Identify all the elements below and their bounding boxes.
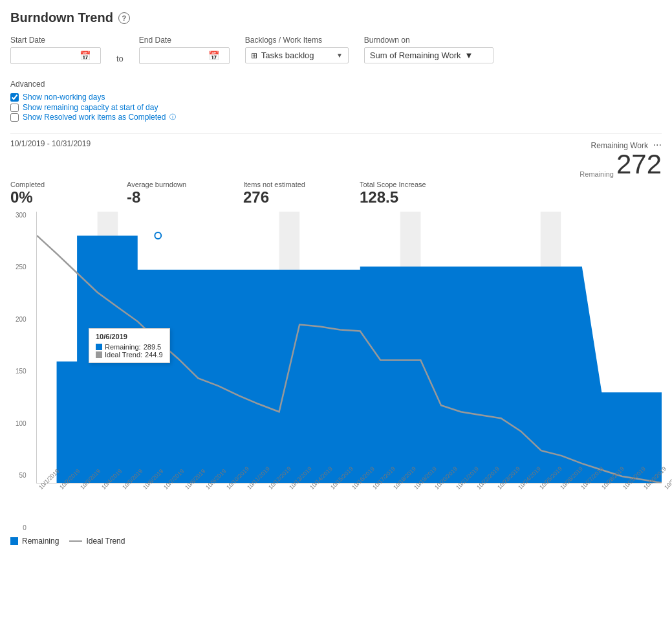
- backlogs-value: Tasks backlog: [261, 50, 332, 60]
- stat-item: Items not estimated276: [243, 181, 360, 206]
- remaining-sub-label: Remaining: [580, 170, 614, 178]
- stats-row: Completed0%Average burndown-8Items not e…: [10, 181, 662, 206]
- tooltip-remaining-row: Remaining: 289.5: [96, 343, 163, 351]
- tooltip-ideal-value: 244.9: [145, 351, 163, 359]
- stat-label: Total Scope Increase: [360, 181, 476, 188]
- stat-label: Average burndown: [127, 181, 243, 188]
- backlog-icon: ⊞: [251, 51, 257, 60]
- tooltip-remaining-label: Remaining:: [105, 343, 141, 351]
- backlogs-dropdown[interactable]: ⊞ Tasks backlog ▼: [245, 47, 349, 63]
- date-range-label: 10/1/2019 - 10/31/2019: [10, 139, 91, 148]
- stat-value: -8: [127, 188, 243, 206]
- legend-remaining-color: [10, 537, 18, 545]
- adv-option-show-non-working[interactable]: Show non-working days: [10, 93, 176, 103]
- backlogs-chevron-icon: ▼: [336, 52, 343, 59]
- end-date-input-wrap[interactable]: 10/31/2019 📅: [139, 47, 230, 64]
- tooltip-remaining-value: 289.5: [144, 343, 162, 351]
- burndown-value: Sum of Remaining Work: [370, 50, 461, 60]
- advanced-group: Advanced Show non-working daysShow remai…: [10, 80, 176, 123]
- legend-row: Remaining Ideal Trend: [10, 537, 662, 546]
- adv-option-show-resolved[interactable]: Show Resolved work items as Completed ⓘ: [10, 113, 176, 123]
- advanced-label: Advanced: [10, 80, 176, 89]
- stat-item: Completed0%: [10, 181, 127, 206]
- start-date-group: Start Date 10/1/2019 📅: [10, 36, 101, 64]
- chart-area: 10/6/2019 Remaining: 289.5 Ideal Trend: …: [36, 212, 662, 483]
- start-date-input[interactable]: 10/1/2019: [16, 51, 74, 61]
- tooltip-ideal-color: [96, 351, 102, 358]
- end-date-group: End Date 10/31/2019 📅: [139, 36, 230, 64]
- y-axis-label: 200: [16, 316, 27, 323]
- end-date-calendar-icon[interactable]: 📅: [208, 50, 219, 61]
- tooltip-ideal-row: Ideal Trend: 244.9: [96, 351, 163, 359]
- end-date-input[interactable]: 10/31/2019: [145, 51, 203, 61]
- burndown-group: Burndown on Sum of Remaining Work ▼: [364, 36, 493, 63]
- stat-value: 0%: [10, 188, 127, 206]
- backlogs-group: Backlogs / Work Items ⊞ Tasks backlog ▼: [245, 36, 349, 63]
- burndown-label: Burndown on: [364, 36, 493, 45]
- data-point-remaining-1[interactable]: [155, 232, 161, 239]
- backlogs-label: Backlogs / Work Items: [245, 36, 349, 45]
- burndown-chevron-icon: ▼: [465, 50, 473, 60]
- adv-label-show-remaining-capacity: Show remaining capacity at start of day: [23, 103, 158, 113]
- tooltip-ideal-label: Ideal Trend:: [105, 351, 142, 359]
- legend-ideal-trend-label: Ideal Trend: [86, 537, 125, 546]
- help-icon[interactable]: ?: [118, 12, 130, 24]
- adv-checkbox-show-remaining-capacity[interactable]: [10, 104, 19, 112]
- tooltip-remaining-color: [96, 344, 102, 350]
- legend-remaining: Remaining: [10, 537, 59, 546]
- start-date-label: Start Date: [10, 36, 101, 45]
- remaining-value: 272: [616, 151, 662, 178]
- y-axis-label: 0: [23, 524, 27, 531]
- y-axis: 300250200150100500: [13, 212, 29, 531]
- page-title: Burndown Trend: [10, 10, 113, 25]
- end-date-label: End Date: [139, 36, 230, 45]
- y-axis-label: 100: [16, 420, 27, 427]
- tooltip-date: 10/6/2019: [96, 333, 163, 340]
- stat-item: Total Scope Increase128.5: [360, 181, 476, 206]
- y-axis-label: 250: [16, 263, 27, 271]
- legend-remaining-label: Remaining: [22, 537, 59, 546]
- adv-label-show-resolved: Show Resolved work items as Completed: [23, 113, 166, 123]
- chart-wrapper: 300250200150100500 10/6/2019 Re: [36, 212, 662, 531]
- adv-label-show-non-working: Show non-working days: [23, 93, 105, 103]
- x-axis-container: 10/1/201910/2/201910/3/201910/4/201910/5…: [36, 486, 662, 531]
- stat-value: 128.5: [360, 188, 476, 206]
- start-date-input-wrap[interactable]: 10/1/2019 📅: [10, 47, 101, 64]
- adv-checkbox-show-resolved[interactable]: [10, 113, 19, 122]
- to-separator: to: [116, 54, 124, 63]
- page-title-section: Burndown Trend ?: [10, 10, 662, 25]
- stat-item: Average burndown-8: [127, 181, 243, 206]
- legend-ideal-trend-line: [69, 540, 82, 542]
- burndown-dropdown[interactable]: Sum of Remaining Work ▼: [364, 47, 493, 63]
- chart-header: 10/1/2019 - 10/31/2019 Remaining Work ··…: [10, 133, 662, 178]
- advanced-options-container: Show non-working daysShow remaining capa…: [10, 93, 176, 123]
- adv-checkbox-show-non-working[interactable]: [10, 93, 19, 102]
- start-date-calendar-icon[interactable]: 📅: [80, 50, 91, 61]
- tooltip: 10/6/2019 Remaining: 289.5 Ideal Trend: …: [89, 328, 170, 363]
- y-axis-label: 300: [16, 212, 27, 219]
- controls-row: Start Date 10/1/2019 📅 to End Date 10/31…: [10, 36, 662, 123]
- stat-label: Completed: [10, 181, 127, 188]
- stat-label: Items not estimated: [243, 181, 360, 188]
- remaining-block: Remaining Work ··· Remaining 272: [580, 139, 662, 178]
- adv-info-icon-show-resolved[interactable]: ⓘ: [169, 113, 176, 121]
- legend-ideal-trend: Ideal Trend: [69, 537, 125, 546]
- y-axis-label: 150: [16, 368, 27, 375]
- y-axis-label: 50: [19, 472, 27, 479]
- adv-option-show-remaining-capacity[interactable]: Show remaining capacity at start of day: [10, 103, 176, 113]
- stat-value: 276: [243, 188, 360, 206]
